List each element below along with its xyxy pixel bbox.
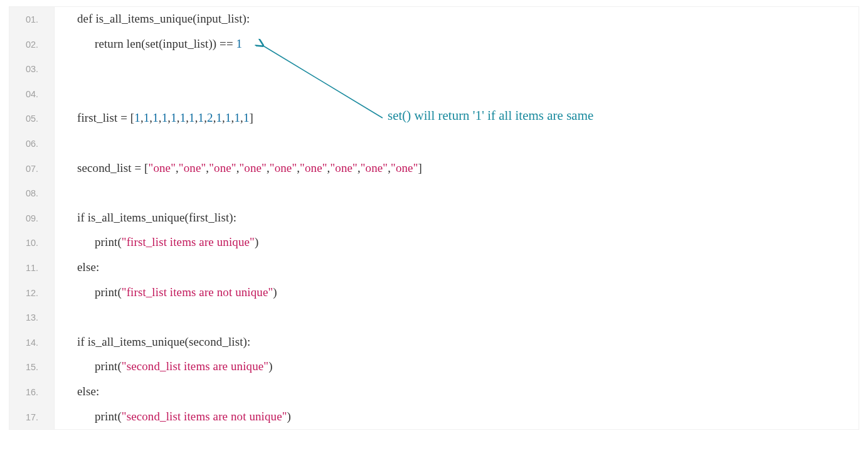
code-token: 1	[234, 111, 240, 124]
code-line: 01.def is_all_items_unique(input_list):	[9, 7, 859, 32]
code-token: "first_list items are not unique"	[122, 285, 273, 299]
line-number: 10.	[9, 230, 55, 248]
code-token: "one"	[270, 161, 297, 174]
code-line: 12.print("first_list items are not uniqu…	[9, 280, 859, 306]
code-token: print(	[95, 359, 122, 373]
code-line: 17.print("second_list items are not uniq…	[9, 405, 859, 430]
code-content: return len(set(input_list)) == 1	[55, 32, 242, 51]
line-number: 12.	[9, 280, 55, 298]
code-content: print("second_list items are unique")	[55, 354, 273, 373]
code-token: 1	[198, 111, 204, 124]
code-line: 03.	[9, 56, 859, 82]
line-number: 03.	[9, 56, 55, 74]
code-token: 1	[216, 111, 223, 124]
code-line: 11.else:	[9, 255, 859, 280]
code-content: print("second_list items are not unique"…	[55, 405, 291, 423]
line-number: 05.	[9, 106, 55, 124]
code-token: if is_all_items_unique(first_list):	[77, 211, 236, 224]
code-content: second_list = ["one","one","one","one","…	[55, 156, 422, 175]
line-number: 15.	[9, 354, 55, 372]
code-line: 15.print("second_list items are unique")	[9, 354, 859, 380]
line-number: 09.	[9, 206, 55, 223]
code-token: )	[273, 285, 277, 299]
code-token: "one"	[391, 161, 418, 174]
code-content	[55, 191, 77, 196]
code-token: 1	[180, 111, 186, 124]
code-token: )	[287, 410, 291, 423]
code-token: 1	[236, 37, 243, 50]
code-content: def is_all_items_unique(input_list):	[55, 7, 250, 26]
code-token: "one"	[361, 161, 388, 174]
code-line: 02.return len(set(input_list)) == 1	[9, 32, 859, 57]
line-number: 02.	[9, 32, 55, 50]
code-token: else:	[77, 385, 99, 398]
page: 01.def is_all_items_unique(input_list):0…	[0, 0, 868, 458]
code-token: ]	[418, 161, 422, 174]
code-content	[55, 142, 77, 147]
line-number: 06.	[9, 131, 55, 149]
code-token: 1	[189, 111, 195, 124]
line-number: 16.	[9, 380, 55, 397]
code-token: "one"	[179, 161, 206, 174]
code-token: 1	[162, 111, 168, 124]
code-line: 16.else:	[9, 380, 859, 405]
code-token: def is_all_items_unique(input_list):	[77, 12, 250, 25]
code-content	[55, 92, 77, 97]
code-content: else:	[55, 255, 99, 274]
code-token: print(	[95, 235, 122, 248]
code-token: return len(set(input_list)) ==	[95, 37, 236, 50]
code-content: if is_all_items_unique(first_list):	[55, 206, 236, 225]
line-number: 07.	[9, 156, 55, 174]
line-number: 11.	[9, 255, 55, 273]
code-token: 1	[243, 111, 250, 124]
code-block: 01.def is_all_items_unique(input_list):0…	[9, 6, 859, 430]
code-token: second_list = [	[77, 161, 149, 174]
code-lines: 01.def is_all_items_unique(input_list):0…	[9, 7, 859, 429]
code-content: else:	[55, 380, 99, 398]
code-token: first_list = [	[77, 111, 134, 124]
code-token: "one"	[209, 161, 236, 174]
code-token: 1	[171, 111, 177, 124]
code-line: 09.if is_all_items_unique(first_list):	[9, 206, 859, 231]
code-token: "second_list items are not unique"	[122, 410, 287, 423]
code-token: if is_all_items_unique(second_list):	[77, 335, 250, 348]
code-token: "one"	[239, 161, 266, 174]
line-number: 13.	[9, 305, 55, 322]
code-token: "first_list items are unique"	[122, 235, 255, 248]
code-token: )	[255, 235, 258, 248]
code-token: ]	[250, 111, 253, 124]
code-content: first_list = [1,1,1,1,1,1,1,1,2,1,1,1,1]	[55, 106, 253, 125]
code-token: "one"	[149, 161, 176, 174]
code-token: 1	[225, 111, 231, 124]
code-token: )	[268, 359, 272, 373]
code-token: 1	[134, 111, 140, 124]
line-number: 04.	[9, 82, 55, 99]
code-line: 06.	[9, 131, 859, 156]
code-token: "one"	[300, 161, 327, 174]
code-token: 1	[152, 111, 159, 124]
code-content	[55, 67, 77, 72]
code-token: print(	[95, 285, 122, 299]
code-content	[55, 316, 77, 321]
line-number: 14.	[9, 330, 55, 348]
line-number: 08.	[9, 181, 55, 198]
line-number: 17.	[9, 405, 55, 422]
code-line: 07.second_list = ["one","one","one","one…	[9, 156, 859, 181]
code-token: 2	[207, 111, 213, 124]
code-content: if is_all_items_unique(second_list):	[55, 330, 250, 349]
code-token: print(	[95, 410, 122, 423]
code-content: print("first_list items are not unique")	[55, 280, 277, 299]
code-line: 10.print("first_list items are unique")	[9, 230, 859, 255]
code-token: else:	[77, 260, 99, 274]
code-line: 05.first_list = [1,1,1,1,1,1,1,1,2,1,1,1…	[9, 106, 859, 131]
code-token: "one"	[330, 161, 357, 174]
code-line: 13.	[9, 305, 859, 330]
code-content: print("first_list items are unique")	[55, 230, 258, 249]
code-line: 08.	[9, 181, 859, 206]
line-number: 01.	[9, 7, 55, 24]
code-token: 1	[144, 111, 150, 124]
code-token: "second_list items are unique"	[122, 359, 268, 373]
code-line: 04.	[9, 82, 859, 107]
code-line: 14.if is_all_items_unique(second_list):	[9, 330, 859, 355]
